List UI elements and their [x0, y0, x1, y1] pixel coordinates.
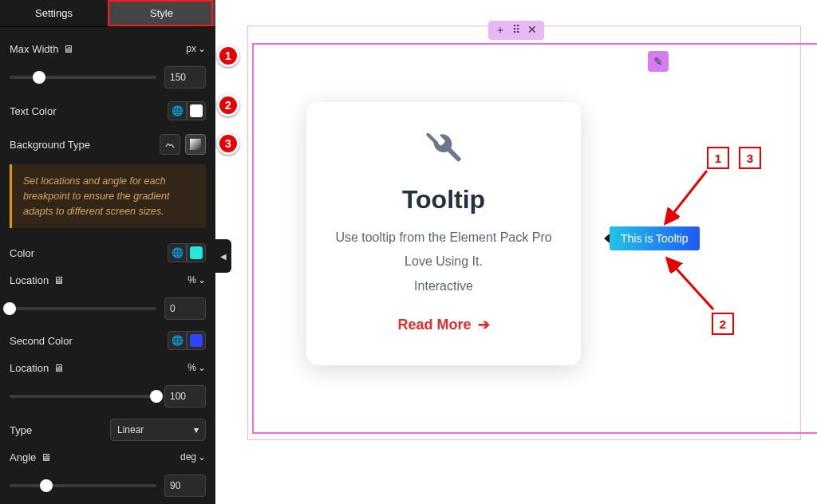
- annotation-square: 1: [707, 147, 729, 169]
- second-loc-row: Location 🖥 %⌄: [10, 354, 206, 381]
- color-location-row: Location 🖥 %⌄: [10, 266, 206, 293]
- chevron-down-icon: ⌄: [198, 451, 206, 463]
- global-color-button[interactable]: 🌐: [168, 331, 187, 350]
- background-type-label: Background Type: [10, 139, 90, 151]
- tooltip-text: This is Tooltip: [621, 232, 689, 245]
- color-location-input[interactable]: [164, 297, 206, 320]
- second-color-swatch[interactable]: [187, 331, 206, 350]
- annotation-badge: 1: [217, 45, 239, 67]
- location-unit[interactable]: %⌄: [187, 274, 206, 285]
- second-color-row: Second Color 🌐: [10, 327, 206, 354]
- type-select[interactable]: Linear▾: [110, 419, 206, 441]
- caret-down-icon: ▾: [194, 424, 199, 435]
- gradient-hint: Set locations and angle for each breakpo…: [10, 164, 206, 228]
- chevron-down-icon: ⌄: [198, 362, 206, 373]
- card-title: Tooltip: [329, 185, 558, 215]
- angle-unit[interactable]: deg⌄: [180, 451, 206, 463]
- svg-line-1: [667, 258, 713, 309]
- angle-slider[interactable]: [10, 484, 156, 487]
- second-location-slider[interactable]: [10, 395, 156, 398]
- tooltip-card: Tooltip Use tooltip from the Element Pac…: [306, 102, 581, 365]
- annotation-badge: 2: [217, 94, 239, 116]
- annotation-square: 3: [739, 147, 761, 169]
- svg-line-0: [665, 171, 707, 223]
- location-label: Location: [10, 274, 49, 286]
- max-width-slider[interactable]: [10, 76, 156, 79]
- responsive-icon[interactable]: 🖥: [41, 451, 51, 463]
- angle-label: Angle: [10, 451, 36, 463]
- max-width-unit[interactable]: px⌄: [186, 43, 206, 54]
- type-label: Type: [10, 424, 32, 436]
- max-width-label: Max Width: [10, 43, 58, 55]
- max-width-input[interactable]: [164, 66, 206, 89]
- bg-type-gradient[interactable]: [185, 134, 206, 155]
- drag-icon[interactable]: ⠿: [509, 23, 523, 37]
- gradient-type-row: Type Linear▾: [10, 416, 206, 443]
- text-color-label: Text Color: [10, 105, 57, 117]
- arrow-right-icon: ➔: [478, 316, 490, 333]
- second-location-label: Location: [10, 362, 49, 374]
- text-color-swatch[interactable]: [187, 101, 206, 120]
- angle-row: Angle 🖥 deg⌄: [10, 443, 206, 471]
- responsive-icon[interactable]: 🖥: [53, 274, 64, 286]
- chevron-down-icon: ⌄: [198, 274, 206, 285]
- second-color-label: Second Color: [10, 335, 73, 347]
- background-type-row: Background Type: [10, 131, 206, 158]
- panel-tabs: Settings Style: [0, 0, 215, 27]
- tooltip-arrow-icon: [604, 234, 610, 243]
- second-location-input[interactable]: [164, 385, 206, 408]
- bg-type-classic[interactable]: [160, 134, 180, 155]
- editor-canvas: ＋ ⠿ ✕ ✎ Tooltip Use tooltip from the Ele…: [215, 0, 817, 504]
- angle-input[interactable]: [164, 474, 206, 497]
- global-color-button[interactable]: 🌐: [168, 101, 187, 120]
- color-swatch[interactable]: [187, 243, 206, 262]
- tab-style[interactable]: Style: [108, 0, 215, 26]
- color-label: Color: [10, 247, 34, 259]
- annotation-square: 2: [712, 313, 734, 335]
- max-width-row: Max Width 🖥 px⌄: [10, 35, 206, 62]
- read-more-link[interactable]: Read More ➔: [397, 316, 489, 333]
- annotation-arrow: [657, 252, 721, 316]
- tab-settings[interactable]: Settings: [0, 0, 108, 26]
- tooltip-popup: This is Tooltip: [610, 226, 700, 250]
- close-icon[interactable]: ✕: [525, 23, 539, 37]
- responsive-icon[interactable]: 🖥: [53, 362, 64, 374]
- text-color-row: Text Color 🌐: [10, 97, 206, 124]
- edit-widget-button[interactable]: ✎: [648, 51, 669, 72]
- annotation-arrow: [657, 166, 713, 230]
- chevron-down-icon: ⌄: [198, 43, 206, 54]
- card-description: Use tooltip from the Element Pack Pro Lo…: [329, 226, 558, 298]
- tools-icon: [329, 126, 558, 171]
- gradient-color-row: Color 🌐: [10, 239, 206, 266]
- container-toolbar[interactable]: ＋ ⠿ ✕: [488, 21, 544, 40]
- global-color-button[interactable]: 🌐: [168, 243, 187, 262]
- annotation-badge: 3: [217, 132, 239, 155]
- style-panel: Settings Style Max Width 🖥 px⌄: [0, 0, 215, 504]
- responsive-icon[interactable]: 🖥: [63, 43, 73, 55]
- add-icon[interactable]: ＋: [493, 23, 507, 37]
- second-location-unit[interactable]: %⌄: [187, 362, 206, 373]
- color-location-slider[interactable]: [10, 307, 156, 310]
